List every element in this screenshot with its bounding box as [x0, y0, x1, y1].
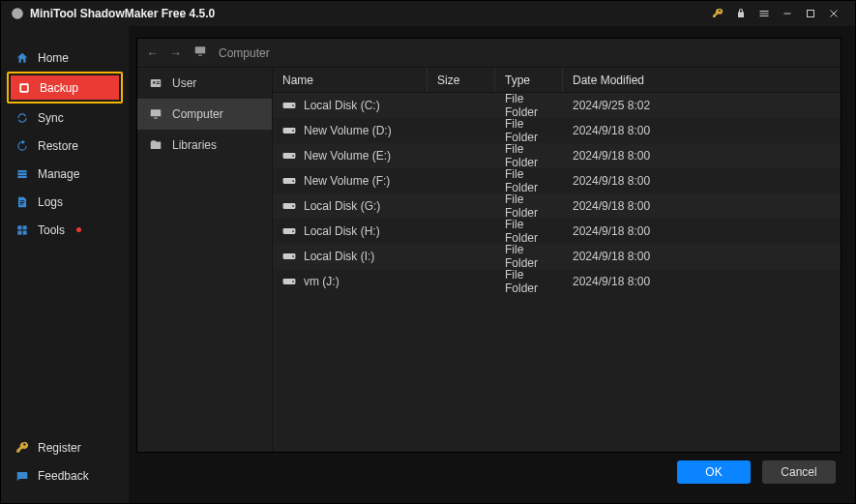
svg-rect-5: [17, 172, 26, 174]
file-date: 2024/9/25 8:02: [563, 93, 841, 118]
sidebar-item-label: Sync: [38, 111, 64, 125]
svg-point-25: [292, 130, 294, 132]
sidebar-item-register[interactable]: Register: [1, 433, 129, 461]
tree-item-libraries[interactable]: Libraries: [137, 130, 272, 161]
file-type: File Folder: [495, 118, 563, 143]
file-row[interactable]: New Volume (E:)File Folder2024/9/18 8:00: [273, 143, 841, 168]
svg-point-33: [292, 230, 294, 232]
nav-back-button[interactable]: ←: [147, 46, 159, 60]
nav-forward-button[interactable]: →: [170, 46, 182, 60]
titlebar-lock-button[interactable]: [729, 4, 753, 23]
sidebar-item-label: Logs: [38, 195, 63, 209]
svg-rect-9: [20, 203, 23, 204]
file-row[interactable]: Local Disk (I:)File Folder2024/9/18 8:00: [273, 244, 841, 269]
ok-button[interactable]: OK: [677, 460, 751, 484]
notification-dot-icon: [76, 227, 81, 232]
computer-icon: [149, 107, 162, 121]
file-name: Local Disk (I:): [304, 250, 374, 263]
titlebar-maximize-button[interactable]: [799, 4, 822, 23]
file-date: 2024/9/18 8:00: [563, 168, 841, 193]
svg-rect-6: [17, 175, 26, 177]
file-size: [428, 219, 495, 244]
computer-icon: [193, 44, 207, 61]
svg-point-31: [292, 205, 294, 207]
file-size: [428, 93, 495, 118]
cancel-button[interactable]: Cancel: [762, 460, 836, 484]
app-title: MiniTool ShadowMaker Free 4.5.0: [30, 7, 215, 20]
column-header-date[interactable]: Date Modified: [563, 68, 841, 92]
file-browser: ← → Computer User Computer: [136, 38, 841, 453]
svg-rect-7: [20, 200, 25, 201]
titlebar-minimize-button[interactable]: [776, 4, 799, 23]
file-date: 2024/9/18 8:00: [563, 193, 841, 219]
sidebar-item-label: Feedback: [38, 469, 89, 483]
drive-icon: [282, 126, 296, 135]
sidebar-item-restore[interactable]: Restore: [1, 132, 129, 160]
titlebar-menu-button[interactable]: [753, 4, 776, 23]
tree-item-computer[interactable]: Computer: [137, 99, 272, 130]
home-icon: [15, 50, 30, 66]
drive-icon: [282, 151, 296, 161]
sidebar: Home Backup Sync Restore: [1, 26, 129, 503]
app-window: MiniTool ShadowMaker Free 4.5.0 Home Bac…: [0, 0, 856, 504]
svg-point-17: [153, 81, 155, 83]
file-date: 2024/9/18 8:00: [563, 118, 841, 143]
column-header-name[interactable]: Name: [273, 68, 428, 92]
sidebar-item-backup[interactable]: Backup: [11, 75, 119, 100]
column-header-size[interactable]: Size: [428, 68, 495, 92]
drive-icon: [282, 201, 296, 211]
file-type: File Folder: [495, 219, 563, 244]
sidebar-item-feedback[interactable]: Feedback: [1, 461, 129, 489]
folder-tree: User Computer Libraries: [137, 68, 273, 452]
file-size: [428, 269, 495, 294]
file-list-rows: Local Disk (C:)File Folder2024/9/25 8:02…: [273, 93, 841, 452]
sidebar-item-label: Backup: [40, 81, 78, 95]
tree-item-label: Libraries: [172, 138, 217, 152]
column-header-type[interactable]: Type: [495, 68, 563, 92]
file-date: 2024/9/18 8:00: [563, 269, 841, 294]
sidebar-item-home[interactable]: Home: [1, 44, 129, 72]
file-type: File Folder: [495, 93, 563, 118]
drive-icon: [282, 226, 296, 236]
file-date: 2024/9/18 8:00: [563, 219, 841, 244]
svg-rect-20: [151, 109, 162, 116]
file-type: File Folder: [495, 193, 563, 219]
svg-rect-18: [157, 81, 161, 82]
file-row[interactable]: Local Disk (H:)File Folder2024/9/18 8:00: [273, 219, 841, 244]
file-size: [428, 168, 495, 193]
sync-icon: [15, 110, 30, 126]
svg-rect-19: [157, 83, 161, 84]
tree-item-user[interactable]: User: [137, 68, 272, 99]
file-size: [428, 143, 495, 168]
svg-rect-15: [198, 55, 202, 56]
file-date: 2024/9/18 8:00: [563, 244, 841, 269]
file-row[interactable]: Local Disk (C:)File Folder2024/9/25 8:02: [273, 93, 841, 118]
key-icon: [15, 440, 30, 456]
file-row[interactable]: vm (J:)File Folder2024/9/18 8:00: [273, 269, 841, 294]
file-name: New Volume (D:): [304, 124, 392, 137]
titlebar-key-button[interactable]: [706, 4, 729, 23]
file-name: Local Disk (H:): [304, 224, 380, 238]
svg-rect-12: [17, 230, 21, 234]
file-row[interactable]: New Volume (F:)File Folder2024/9/18 8:00: [273, 168, 841, 193]
restore-icon: [15, 138, 30, 154]
file-row[interactable]: Local Disk (G:)File Folder2024/9/18 8:00: [273, 193, 841, 219]
file-date: 2024/9/18 8:00: [563, 143, 841, 168]
tree-item-label: User: [172, 76, 196, 90]
svg-rect-14: [195, 46, 206, 53]
titlebar: MiniTool ShadowMaker Free 4.5.0: [1, 1, 855, 26]
sidebar-item-manage[interactable]: Manage: [1, 160, 129, 188]
sidebar-item-tools[interactable]: Tools: [1, 216, 129, 244]
dialog-footer: OK Cancel: [136, 453, 841, 491]
file-name: New Volume (E:): [304, 149, 391, 163]
sidebar-item-sync[interactable]: Sync: [1, 104, 129, 132]
breadcrumb-bar: ← → Computer: [137, 39, 841, 68]
svg-point-29: [292, 180, 294, 182]
sidebar-item-logs[interactable]: Logs: [1, 188, 129, 216]
drive-icon: [282, 101, 296, 110]
manage-icon: [15, 166, 30, 182]
file-row[interactable]: New Volume (D:)File Folder2024/9/18 8:00: [273, 118, 841, 143]
svg-point-23: [292, 104, 294, 106]
titlebar-close-button[interactable]: [822, 4, 845, 23]
svg-point-37: [292, 281, 294, 282]
